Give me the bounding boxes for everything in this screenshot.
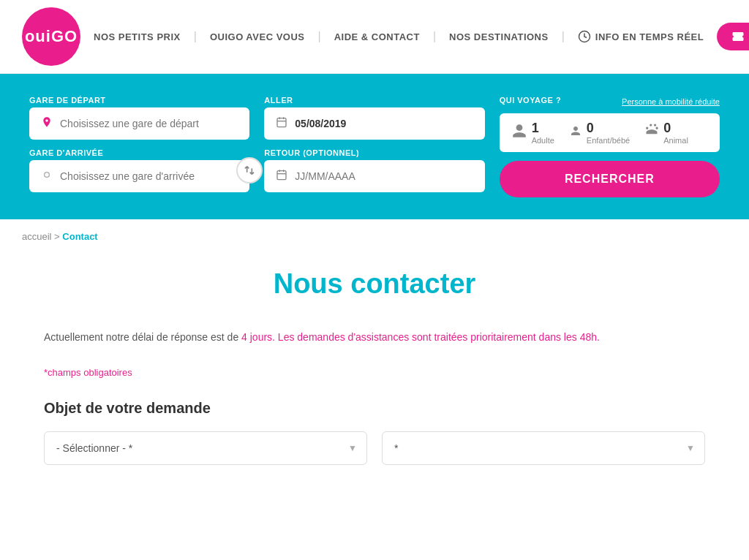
objet-select-2[interactable]: * [382,431,705,465]
depart-field-group: GARE DE DÉPART [29,96,249,140]
svg-rect-2 [277,118,286,127]
required-note: *champs obligatoires [44,367,705,378]
retour-input-wrapper [264,160,484,192]
dates-col: ALLER RETOUR (optionnel) [264,96,484,192]
depart-label: GARE DE DÉPART [29,96,249,105]
arrivee-input[interactable] [60,170,238,182]
animal-item: 0 Animal [644,121,688,145]
objet-title: Objet de votre demande [44,400,705,417]
ticket-icon [731,30,745,43]
travellers-search-col: QUI VOYAGE ? Personne à mobilité réduite… [500,96,720,197]
swap-button[interactable] [236,157,263,183]
response-info: Actuellement notre délai de réponse est … [44,329,705,345]
travellers-header: QUI VOYAGE ? Personne à mobilité réduite [500,96,720,107]
stations-col: GARE DE DÉPART GARE D'ARRIVÉE [29,96,249,192]
search-section: GARE DE DÉPART GARE D'ARRIVÉE [0,74,749,219]
nav-info-temps-reel[interactable]: INFO EN TEMPS RÉEL [565,30,717,43]
aller-date-input[interactable] [295,118,473,129]
objet-form-row: - Sélectionner - * ▼ * ▼ [44,431,705,465]
select1-wrapper: - Sélectionner - * ▼ [44,431,367,465]
depart-input-wrapper [29,107,249,140]
mobility-link[interactable]: Personne à mobilité réduite [622,97,720,106]
location-arrivee-icon [41,169,53,183]
nav-nos-destinations[interactable]: NOS DESTINATIONS [436,31,562,42]
nav-ouigo-avec-vous[interactable]: OUIGO AVEC VOUS [197,31,318,42]
breadcrumb-separator: > [54,231,60,242]
response-highlight: 4 jours. Les demandes d'assistances sont… [241,331,600,343]
location-depart-icon [41,116,53,131]
header: ouiGO NOS PETITS PRIX | OUIGO AVEC VOUS … [0,0,749,74]
nav-nos-petits-prix[interactable]: NOS PETITS PRIX [80,31,194,42]
travellers-box: 1 Adulte 0 Enfant/bébé [500,113,720,152]
main-nav: NOS PETITS PRIX | OUIGO AVEC VOUS | AIDE… [80,30,717,43]
logo[interactable]: ouiGO [22,7,80,66]
animal-label: Animal [663,136,688,145]
objet-select-1[interactable]: - Sélectionner - * [44,431,367,465]
search-btn-wrapper: RECHERCHER [500,161,720,197]
retour-date-input[interactable] [295,170,473,182]
page-title: Nous contacter [44,268,705,300]
nav-aide-contact[interactable]: AIDE & CONTACT [321,31,433,42]
adulte-count: 1 [532,121,554,136]
svg-rect-6 [277,171,286,180]
aller-label: ALLER [264,96,484,105]
enfant-icon [569,124,582,141]
adulte-item: 1 Adulte [511,121,554,145]
retour-field-group: RETOUR (optionnel) [264,148,484,192]
retour-label: RETOUR (optionnel) [264,148,484,157]
travellers-field-group: QUI VOYAGE ? Personne à mobilité réduite… [500,96,720,152]
breadcrumb: accueil > Contact [0,219,749,254]
enfant-item: 0 Enfant/bébé [569,121,630,145]
arrivee-label: GARE D'ARRIVÉE [29,148,249,157]
adulte-label: Adulte [532,136,554,145]
aller-field-group: ALLER [264,96,484,140]
calendar-aller-icon [276,116,287,131]
breadcrumb-home[interactable]: accueil [22,231,51,242]
main-content: Nous contacter Actuellement notre délai … [0,254,749,494]
search-button[interactable]: RECHERCHER [500,161,720,197]
calendar-retour-icon [276,169,287,183]
depart-input[interactable] [60,118,238,129]
animal-count: 0 [663,121,688,136]
qui-voyage-label: QUI VOYAGE ? [500,96,561,105]
aller-input-wrapper [264,107,484,140]
clock-icon [578,30,591,43]
arrivee-input-wrapper [29,160,249,192]
svg-point-1 [45,173,50,178]
reservations-button[interactable]: MES RÉSERVATIONS [717,23,749,50]
select2-wrapper: * ▼ [382,431,705,465]
enfant-label: Enfant/bébé [587,136,630,145]
breadcrumb-current: Contact [62,231,97,242]
enfant-count: 0 [587,121,630,136]
search-grid: GARE DE DÉPART GARE D'ARRIVÉE [29,96,720,197]
arrivee-field-group: GARE D'ARRIVÉE [29,148,249,192]
animal-icon [644,124,659,142]
adulte-icon [511,123,527,143]
